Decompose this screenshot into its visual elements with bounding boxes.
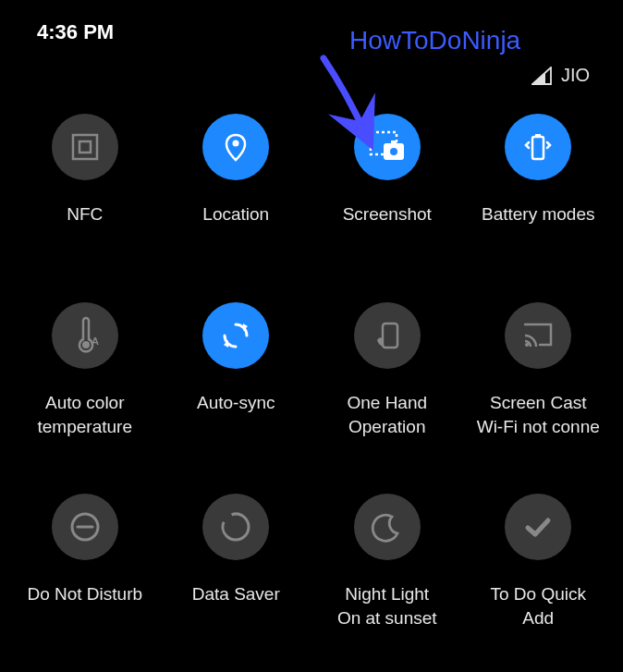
tile-label: Do Not Disturb (23, 582, 146, 627)
tile-label: Screen Cast Wi-Fi not conne (473, 391, 604, 438)
battery-icon (505, 114, 571, 180)
svg-rect-7 (532, 137, 544, 159)
one-hand-icon (354, 302, 421, 369)
clock-time: 4:36 PM (37, 20, 114, 44)
cast-icon (505, 302, 571, 369)
tile-label: Night Light On at sunset (334, 582, 441, 629)
svg-text:A: A (92, 336, 99, 347)
svg-point-12 (525, 343, 529, 347)
tile-auto-color-temperature[interactable]: A Auto color temperature (9, 302, 161, 438)
svg-point-9 (82, 341, 90, 348)
data-saver-icon (202, 494, 269, 560)
tile-todo-quick-add[interactable]: To Do Quick Add (463, 494, 615, 629)
watermark-text: HowToDoNinja (349, 26, 520, 55)
svg-point-2 (233, 141, 239, 147)
annotation-arrow (296, 51, 407, 165)
tile-battery-modes[interactable]: Battery modes (463, 114, 615, 247)
dnd-icon (52, 494, 118, 560)
tile-label: To Do Quick Add (487, 582, 590, 629)
moon-icon (354, 494, 421, 560)
tile-auto-sync[interactable]: Auto-sync (161, 302, 312, 438)
tile-label: Battery modes (478, 202, 599, 247)
tile-one-hand-operation[interactable]: One Hand Operation (312, 302, 463, 438)
tile-label: One Hand Operation (343, 391, 431, 438)
check-icon (505, 494, 571, 560)
tile-label: NFC (63, 202, 106, 247)
tile-screen-cast[interactable]: Screen Cast Wi-Fi not conne (463, 302, 615, 438)
nfc-icon (52, 114, 118, 180)
signal-icon (531, 67, 552, 85)
status-bar: 4:36 PM (0, 0, 623, 54)
svg-rect-11 (383, 324, 397, 348)
tile-label: Screenshot (339, 202, 435, 247)
location-icon (202, 114, 269, 180)
tile-nfc[interactable]: NFC (9, 114, 161, 247)
tile-data-saver[interactable]: Data Saver (161, 494, 312, 629)
svg-point-15 (217, 508, 254, 545)
tile-label: Data Saver (189, 582, 284, 627)
carrier-label: JIO (561, 65, 590, 86)
thermometer-icon: A (52, 302, 118, 369)
tile-label: Location (199, 202, 273, 247)
svg-rect-0 (73, 135, 97, 159)
tile-night-light[interactable]: Night Light On at sunset (312, 494, 463, 629)
tile-label: Auto color temperature (34, 391, 136, 438)
tile-label: Auto-sync (193, 391, 278, 435)
svg-rect-1 (79, 141, 91, 153)
quick-settings-grid: NFC Location Screenshot (0, 86, 623, 630)
tile-do-not-disturb[interactable]: Do Not Disturb (9, 494, 161, 629)
sync-icon (202, 302, 269, 369)
svg-rect-8 (535, 134, 541, 138)
tile-location[interactable]: Location (161, 114, 312, 247)
